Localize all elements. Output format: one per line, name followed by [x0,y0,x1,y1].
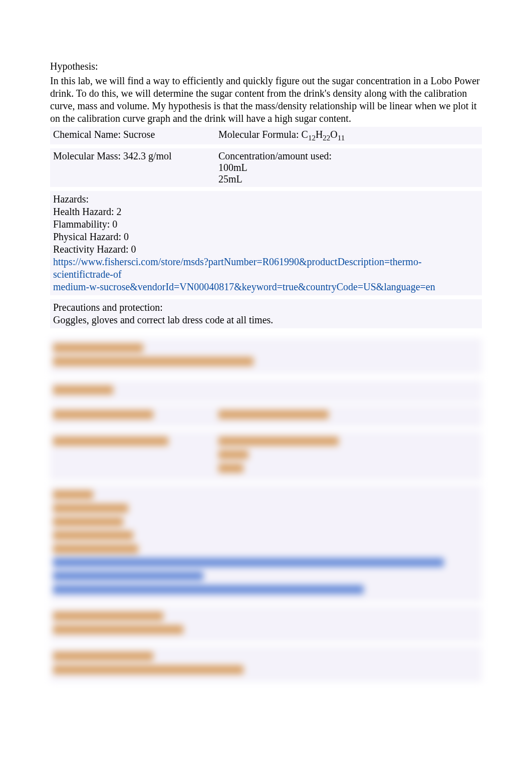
msds-link-line2[interactable]: medium-w-sucrose&vendorId=VN00040817&key… [53,281,435,292]
concentration-line1: 100mL [218,162,479,173]
redacted-section [50,338,482,682]
formula-label: Molecular Formula: [218,129,302,140]
hypothesis-body: In this lab, we will find a way to effic… [50,75,482,125]
concentration-line2: 25mL [218,173,479,185]
hazard-flammability: Flammability: 0 [53,218,479,231]
formula-sub: 11 [338,134,345,142]
formula-sub: 12 [308,134,316,142]
chemical-row-name: Chemical Name: Sucrose Molecular Formula… [50,127,482,144]
chemical-name: Chemical Name: Sucrose [53,129,208,140]
msds-link-line1[interactable]: https://www.fishersci.com/store/msds?par… [53,256,422,280]
molecular-formula: Molecular Formula: C12H22O11 [218,129,479,142]
molecular-mass: Molecular Mass: 342.3 g/mol [53,150,208,162]
hazard-health: Health Hazard: 2 [53,206,479,218]
precautions-heading: Precautions and protection: [53,301,479,314]
hazard-physical: Physical Hazard: 0 [53,231,479,243]
precautions-block: Precautions and protection: Goggles, glo… [50,299,482,328]
hypothesis-heading: Hypothesis: [50,60,482,73]
hazards-block: Hazards: Health Hazard: 2 Flammability: … [50,191,482,295]
chemical-row-mass: Molecular Mass: 342.3 g/mol Concentratio… [50,148,482,187]
formula-part: O [330,129,337,140]
precautions-body: Goggles, gloves and correct lab dress co… [53,314,479,326]
hazards-heading: Hazards: [53,193,479,206]
formula-part: C [302,129,308,140]
formula-sub: 22 [323,134,330,142]
concentration-cell: Concentration/amount used: 100mL 25mL [218,150,479,185]
concentration-label: Concentration/amount used: [218,150,479,162]
formula-part: H [316,129,323,140]
hazard-reactivity: Reactivity Hazard: 0 [53,243,479,256]
